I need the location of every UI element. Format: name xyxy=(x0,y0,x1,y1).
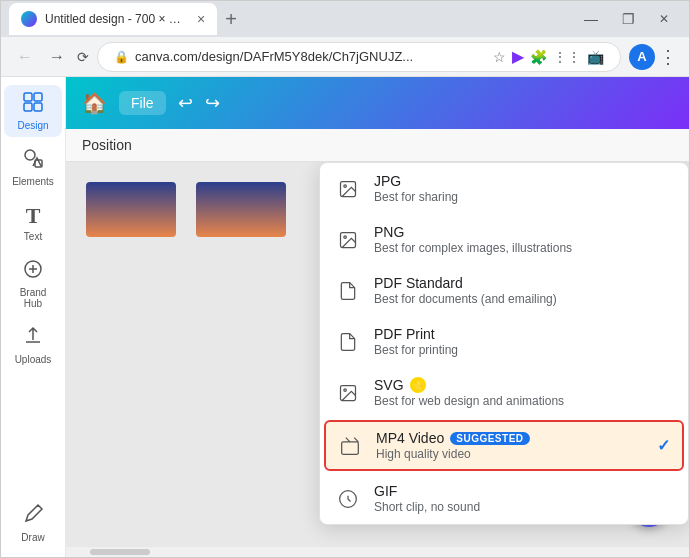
window-close-button[interactable]: ✕ xyxy=(647,8,681,30)
text-icon: T xyxy=(26,203,41,229)
elements-icon xyxy=(22,147,44,174)
pdf-print-icon xyxy=(336,330,360,354)
bookmark-icon[interactable]: ☆ xyxy=(493,49,506,65)
svg-point-4 xyxy=(25,150,35,160)
svg-icon xyxy=(336,381,360,405)
gif-text: GIFShort clip, no sound xyxy=(374,483,672,514)
sidebar-item-text[interactable]: T Text xyxy=(4,197,62,248)
canvas-thumbnail-1[interactable] xyxy=(86,182,176,237)
play-icon[interactable]: ▶ xyxy=(512,47,524,66)
content-area: 🏠 File ↩ ↪ Position xyxy=(66,77,689,557)
file-button[interactable]: File xyxy=(119,91,166,115)
position-bar: Position xyxy=(66,129,689,162)
gif-icon xyxy=(336,487,360,511)
svg-rect-2 xyxy=(24,103,32,111)
draw-label: Draw xyxy=(21,532,44,543)
apps-icon[interactable]: ⋮⋮ xyxy=(553,49,581,65)
tab-title: Untitled design - 700 × 400px xyxy=(45,12,185,26)
menu-item-pdf-print[interactable]: PDF PrintBest for printing xyxy=(320,316,688,367)
sidebar-item-brand-hub[interactable]: Brand Hub xyxy=(4,252,62,315)
canvas-page-2 xyxy=(196,182,286,527)
forward-button[interactable]: → xyxy=(45,44,69,70)
jpg-text: JPGBest for sharing xyxy=(374,173,672,204)
browser-tab[interactable]: Untitled design - 700 × 400px × xyxy=(9,3,217,35)
thumb-gradient-1 xyxy=(86,182,176,237)
mp4-label: MP4 VideoSUGGESTED xyxy=(376,430,643,446)
canvas-page-1 xyxy=(86,182,176,527)
elements-label: Elements xyxy=(12,176,54,187)
browser-menu-button[interactable]: ⋮ xyxy=(659,46,677,68)
brand-hub-icon xyxy=(22,258,44,285)
svg-point-12 xyxy=(344,388,347,391)
new-tab-button[interactable]: + xyxy=(217,4,245,35)
gif-label: GIF xyxy=(374,483,672,499)
png-label: PNG xyxy=(374,224,672,240)
menu-item-gif[interactable]: GIFShort clip, no sound xyxy=(320,473,688,524)
jpg-desc: Best for sharing xyxy=(374,190,672,204)
undo-button[interactable]: ↩ xyxy=(178,92,193,114)
extensions-icon[interactable]: 🧩 xyxy=(530,49,547,65)
sidebar-item-uploads[interactable]: Uploads xyxy=(4,319,62,371)
svg-rect-13 xyxy=(342,441,359,454)
sidebar-item-draw[interactable]: Draw xyxy=(4,497,62,549)
pdf-print-label: PDF Print xyxy=(374,326,672,342)
checkmark-icon: ✓ xyxy=(657,436,670,455)
svg-desc: Best for web design and animations xyxy=(374,394,672,408)
mp4-text: MP4 VideoSUGGESTEDHigh quality video xyxy=(376,430,643,461)
thumb-gradient-2 xyxy=(196,182,286,237)
jpg-label: JPG xyxy=(374,173,672,189)
tab-favicon xyxy=(21,11,37,27)
cast-icon[interactable]: 📺 xyxy=(587,49,604,65)
mp4-desc: High quality video xyxy=(376,447,643,461)
brand-hub-label: Brand Hub xyxy=(12,287,54,309)
app-body: Design Elements T Text xyxy=(1,77,689,557)
suggested-badge: SUGGESTED xyxy=(450,432,529,445)
pdf-print-text: PDF PrintBest for printing xyxy=(374,326,672,357)
svg-rect-1 xyxy=(34,93,42,101)
horizontal-scrollbar[interactable] xyxy=(66,547,689,557)
svg-text: SVG⭐Best for web design and animations xyxy=(374,377,672,408)
pdf-print-desc: Best for printing xyxy=(374,343,672,357)
address-bar: ← → ⟳ 🔒 canva.com/design/DAFrM5Y8dek/Ch7… xyxy=(1,37,689,77)
back-button[interactable]: ← xyxy=(13,44,37,70)
window-minimize-button[interactable]: — xyxy=(572,7,610,31)
png-text: PNGBest for complex images, illustration… xyxy=(374,224,672,255)
menu-item-png[interactable]: PNGBest for complex images, illustration… xyxy=(320,214,688,265)
svg-label: SVG⭐ xyxy=(374,377,672,393)
uploads-icon xyxy=(22,325,44,352)
svg-rect-0 xyxy=(24,93,32,101)
position-label: Position xyxy=(82,137,132,153)
window-maximize-button[interactable]: ❐ xyxy=(610,7,647,31)
design-icon xyxy=(22,91,44,118)
reload-button[interactable]: ⟳ xyxy=(77,49,89,65)
svg-point-10 xyxy=(344,235,347,238)
jpg-icon xyxy=(336,177,360,201)
browser-frame: Untitled design - 700 × 400px × + — ❐ ✕ … xyxy=(0,0,690,558)
pro-badge: ⭐ xyxy=(410,377,426,393)
address-text: canva.com/design/DAFrM5Y8dek/Ch7jGNUJZ..… xyxy=(135,49,487,64)
menu-item-jpg[interactable]: JPGBest for sharing xyxy=(320,163,688,214)
draw-icon xyxy=(22,503,44,530)
profile-button[interactable]: A xyxy=(629,44,655,70)
tab-close-btn[interactable]: × xyxy=(197,11,205,27)
gif-desc: Short clip, no sound xyxy=(374,500,672,514)
redo-button[interactable]: ↪ xyxy=(205,92,220,114)
menu-item-mp4[interactable]: MP4 VideoSUGGESTEDHigh quality video✓ xyxy=(324,420,684,471)
address-icons: ☆ ▶ 🧩 ⋮⋮ 📺 xyxy=(493,47,604,66)
format-dropdown-menu: JPGBest for sharingPNGBest for complex i… xyxy=(319,162,689,525)
canva-header: 🏠 File ↩ ↪ xyxy=(66,77,689,129)
png-desc: Best for complex images, illustrations xyxy=(374,241,672,255)
sidebar: Design Elements T Text xyxy=(1,77,66,557)
svg-point-8 xyxy=(344,184,347,187)
canvas-area: JPGBest for sharingPNGBest for complex i… xyxy=(66,162,689,547)
sidebar-item-elements[interactable]: Elements xyxy=(4,141,62,193)
menu-item-svg[interactable]: SVG⭐Best for web design and animations xyxy=(320,367,688,418)
sidebar-item-design[interactable]: Design xyxy=(4,85,62,137)
address-input[interactable]: 🔒 canva.com/design/DAFrM5Y8dek/Ch7jGNUJZ… xyxy=(97,42,621,72)
scroll-thumb[interactable] xyxy=(90,549,150,555)
menu-item-pdf-standard[interactable]: PDF StandardBest for documents (and emai… xyxy=(320,265,688,316)
home-icon[interactable]: 🏠 xyxy=(82,91,107,115)
svg-rect-3 xyxy=(34,103,42,111)
canvas-thumbnail-2[interactable] xyxy=(196,182,286,237)
lock-icon: 🔒 xyxy=(114,50,129,64)
